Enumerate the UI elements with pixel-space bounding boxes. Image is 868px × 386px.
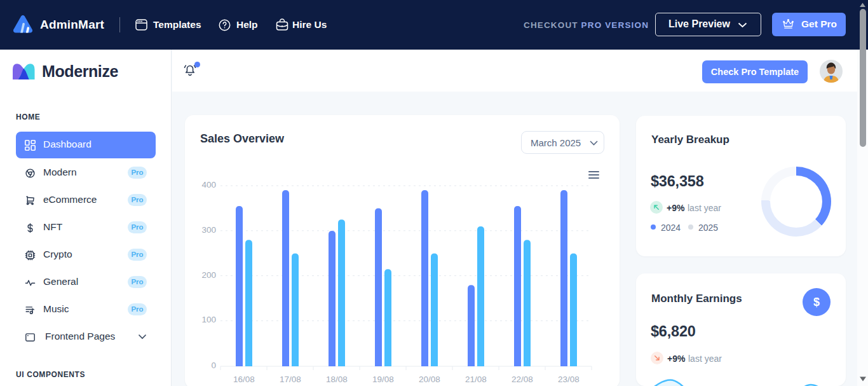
svg-text:0: 0 bbox=[211, 361, 216, 370]
svg-text:17/08: 17/08 bbox=[280, 375, 301, 384]
svg-text:100: 100 bbox=[201, 315, 216, 324]
svg-text:19/08: 19/08 bbox=[372, 375, 394, 384]
svg-text:23/08: 23/08 bbox=[558, 375, 580, 384]
svg-text:400: 400 bbox=[201, 180, 216, 190]
svg-text:300: 300 bbox=[201, 225, 216, 235]
svg-text:20/08: 20/08 bbox=[419, 375, 440, 384]
svg-text:18/08: 18/08 bbox=[326, 375, 348, 384]
svg-text:21/08: 21/08 bbox=[465, 375, 487, 384]
svg-text:200: 200 bbox=[201, 270, 216, 280]
svg-text:16/08: 16/08 bbox=[233, 375, 255, 384]
svg-text:22/08: 22/08 bbox=[512, 375, 533, 384]
